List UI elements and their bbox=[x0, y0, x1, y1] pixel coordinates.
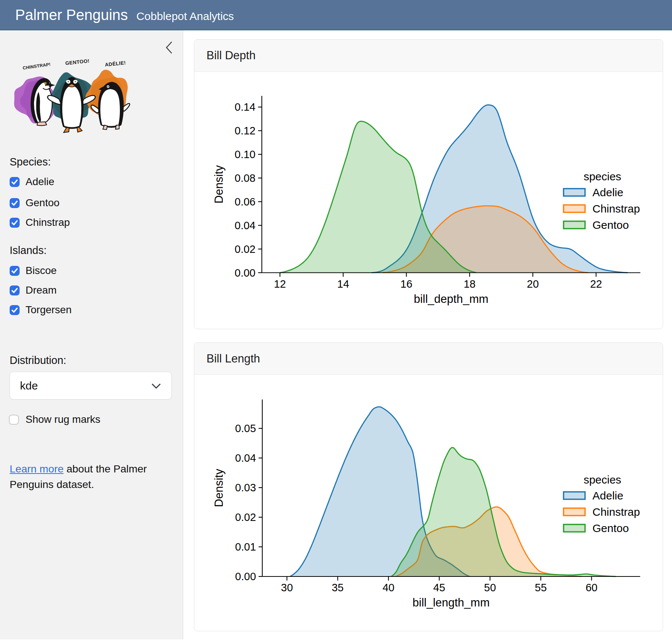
svg-text:12: 12 bbox=[274, 278, 286, 290]
svg-text:0.04: 0.04 bbox=[235, 220, 255, 231]
svg-text:Gentoo: Gentoo bbox=[592, 219, 629, 231]
svg-text:Chinstrap: Chinstrap bbox=[592, 203, 640, 215]
svg-text:Adelie: Adelie bbox=[592, 186, 623, 198]
svg-text:45: 45 bbox=[433, 582, 445, 593]
svg-text:22: 22 bbox=[590, 278, 602, 290]
svg-text:55: 55 bbox=[535, 582, 547, 593]
svg-text:0.00: 0.00 bbox=[235, 267, 255, 279]
svg-text:50: 50 bbox=[484, 582, 496, 593]
svg-text:Adelie: Adelie bbox=[592, 489, 623, 502]
svg-text:species: species bbox=[584, 474, 621, 486]
svg-text:Density: Density bbox=[212, 469, 225, 507]
svg-text:GENTOO!: GENTOO! bbox=[65, 58, 90, 66]
svg-text:0.10: 0.10 bbox=[235, 148, 255, 160]
svg-text:0.12: 0.12 bbox=[235, 125, 255, 137]
svg-text:species: species bbox=[584, 170, 621, 183]
svg-text:16: 16 bbox=[400, 278, 412, 290]
svg-text:0.01: 0.01 bbox=[235, 541, 256, 553]
svg-text:0.14: 0.14 bbox=[235, 101, 255, 113]
svg-text:0.08: 0.08 bbox=[235, 172, 255, 184]
svg-text:Chinstrap: Chinstrap bbox=[592, 506, 640, 518]
svg-text:Gentoo: Gentoo bbox=[592, 522, 629, 534]
svg-text:35: 35 bbox=[332, 582, 343, 593]
svg-text:0.02: 0.02 bbox=[235, 511, 256, 523]
svg-text:0.04: 0.04 bbox=[235, 452, 256, 464]
svg-text:ADÉLIE!: ADÉLIE! bbox=[105, 60, 126, 68]
svg-text:20: 20 bbox=[527, 278, 539, 290]
svg-text:bill_depth_mm: bill_depth_mm bbox=[414, 292, 488, 305]
svg-text:14: 14 bbox=[337, 278, 349, 290]
svg-text:18: 18 bbox=[464, 278, 476, 290]
svg-text:40: 40 bbox=[383, 582, 394, 593]
svg-text:0.05: 0.05 bbox=[235, 422, 256, 434]
svg-text:60: 60 bbox=[585, 582, 597, 593]
svg-text:CHINSTRAP!: CHINSTRAP! bbox=[22, 62, 51, 71]
svg-text:0.06: 0.06 bbox=[235, 196, 255, 208]
svg-text:0.00: 0.00 bbox=[235, 571, 256, 582]
svg-text:Density: Density bbox=[212, 165, 225, 204]
svg-text:0.03: 0.03 bbox=[235, 482, 256, 494]
svg-text:0.02: 0.02 bbox=[235, 243, 255, 255]
svg-text:bill_length_mm: bill_length_mm bbox=[413, 596, 490, 609]
svg-text:30: 30 bbox=[281, 582, 293, 593]
